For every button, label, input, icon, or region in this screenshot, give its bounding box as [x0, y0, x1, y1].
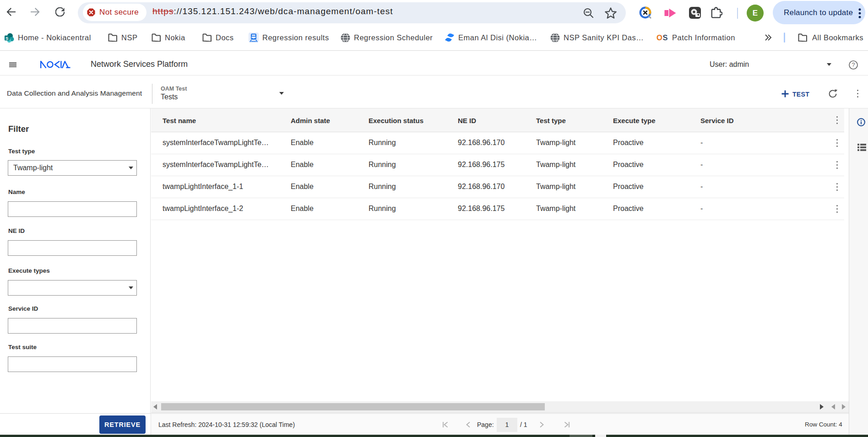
svg-text:?: ? — [852, 62, 855, 68]
svg-text:O: O — [656, 33, 662, 42]
svg-text:S: S — [663, 33, 668, 42]
svg-text:S: S — [5, 35, 9, 40]
